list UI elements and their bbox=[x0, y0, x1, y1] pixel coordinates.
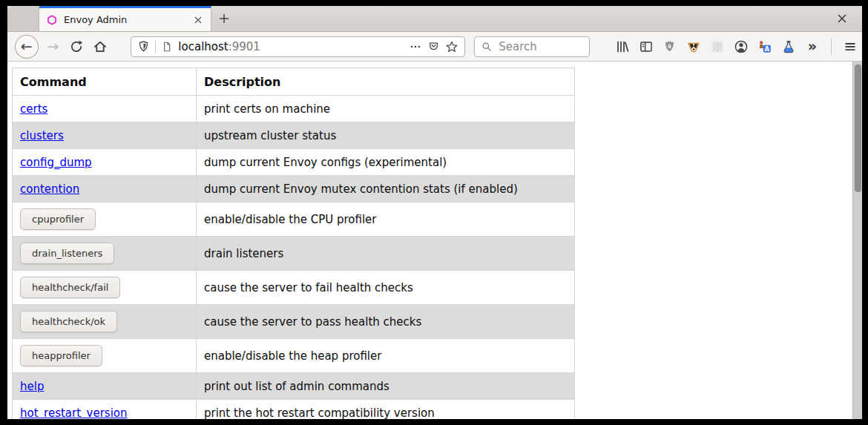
plus-icon bbox=[217, 12, 231, 25]
command-button[interactable]: heapprofiler bbox=[20, 345, 102, 366]
translator-extension-button[interactable]: A bbox=[755, 37, 775, 56]
search-magnifier-icon bbox=[481, 41, 493, 53]
description-cell: print certs on machine bbox=[197, 96, 575, 122]
overflow-chevron-icon: » bbox=[808, 39, 817, 53]
reload-icon bbox=[69, 39, 84, 54]
table-row: help print out list of admin commands bbox=[13, 373, 575, 400]
page-content: Command Description certs print certs on… bbox=[7, 62, 862, 419]
menu-hamburger-button[interactable] bbox=[841, 37, 860, 56]
description-cell: drain listeners bbox=[197, 237, 575, 271]
library-button[interactable] bbox=[613, 37, 632, 56]
disabled-extension-button[interactable] bbox=[708, 37, 727, 56]
command-cell: heapprofiler bbox=[13, 339, 197, 373]
description-cell: enable/disable the heap profiler bbox=[197, 339, 575, 373]
tab-title: Envoy Admin bbox=[64, 14, 186, 25]
overflow-menu-button[interactable]: » bbox=[803, 37, 822, 56]
description-cell: print out list of admin commands bbox=[197, 373, 575, 400]
forward-button[interactable]: → bbox=[45, 39, 62, 53]
scrollbar-thumb[interactable] bbox=[855, 65, 861, 192]
svg-text:A: A bbox=[764, 45, 769, 52]
command-cell: clusters bbox=[13, 122, 197, 149]
command-button[interactable]: healthcheck/fail bbox=[20, 277, 120, 298]
page-actions-ellipsis-icon[interactable] bbox=[409, 40, 422, 53]
table-row: contention dump current Envoy mutex cont… bbox=[13, 176, 575, 202]
window-close-button[interactable] bbox=[831, 6, 853, 31]
test-pilot-flask-button[interactable] bbox=[779, 37, 798, 56]
vertical-scrollbar[interactable] bbox=[852, 62, 862, 419]
command-link[interactable]: help bbox=[20, 380, 44, 393]
description-cell: cause the server to fail health checks bbox=[197, 271, 575, 305]
description-column-header: Description bbox=[197, 68, 575, 96]
tab-envoy-admin[interactable]: Envoy Admin bbox=[39, 6, 211, 31]
command-table: Command Description certs print certs on… bbox=[12, 67, 575, 419]
home-icon bbox=[93, 39, 108, 54]
description-cell: dump current Envoy configs (experimental… bbox=[197, 149, 575, 176]
back-button[interactable]: ← bbox=[15, 35, 39, 59]
description-cell: print the hot restart compatibility vers… bbox=[197, 400, 575, 420]
table-row: certs print certs on machine bbox=[13, 96, 575, 122]
table-row: cpuprofiler enable/disable the CPU profi… bbox=[13, 202, 575, 237]
url-bar[interactable]: localhost :9901 bbox=[131, 36, 465, 57]
home-button[interactable] bbox=[91, 39, 109, 54]
tab-close-icon[interactable] bbox=[192, 14, 204, 26]
disabled-extension-icon bbox=[710, 39, 725, 54]
table-row: healthcheck/ok cause the server to pass … bbox=[13, 305, 575, 339]
url-port: :9901 bbox=[228, 40, 260, 53]
tracking-protection-shield-icon[interactable] bbox=[137, 40, 150, 53]
new-tab-button[interactable] bbox=[211, 6, 237, 31]
toolbar-separator bbox=[831, 39, 832, 55]
command-cell: hot_restart_version bbox=[13, 400, 197, 420]
urlbar-separator bbox=[155, 40, 156, 53]
command-button[interactable]: healthcheck/ok bbox=[20, 311, 117, 332]
pocket-icon[interactable] bbox=[427, 40, 440, 53]
search-input[interactable] bbox=[497, 39, 583, 54]
command-cell: healthcheck/fail bbox=[13, 271, 197, 305]
reload-button[interactable] bbox=[68, 39, 85, 54]
description-cell: cause the server to pass health checks bbox=[197, 305, 575, 339]
envoy-favicon-icon bbox=[46, 14, 58, 26]
badger-icon bbox=[686, 39, 701, 54]
browser-window: Envoy Admin ← → bbox=[7, 6, 862, 419]
command-cell: healthcheck/ok bbox=[13, 305, 197, 339]
command-cell: drain_listeners bbox=[13, 237, 197, 271]
privacy-badger-extension-button[interactable] bbox=[684, 37, 703, 56]
command-button[interactable]: drain_listeners bbox=[20, 243, 114, 264]
toolbar-icons: A » bbox=[611, 37, 862, 56]
firefox-account-button[interactable] bbox=[731, 37, 751, 56]
table-row: healthcheck/fail cause the server to fai… bbox=[13, 271, 575, 305]
command-table-body: certs print certs on machine clusters up… bbox=[13, 96, 575, 420]
search-bar[interactable] bbox=[474, 36, 590, 57]
command-column-header: Command bbox=[13, 68, 197, 96]
command-cell: certs bbox=[13, 96, 197, 122]
sidebars-icon bbox=[639, 39, 654, 54]
titlebar-spacer bbox=[7, 6, 39, 31]
shield-lock-icon bbox=[662, 39, 677, 53]
bookmark-star-icon[interactable] bbox=[445, 40, 458, 53]
sidebars-button[interactable] bbox=[637, 37, 656, 56]
table-row: clusters upstream cluster status bbox=[13, 122, 575, 149]
command-link[interactable]: hot_restart_version bbox=[20, 406, 128, 420]
translator-icon: A bbox=[757, 39, 772, 54]
command-cell: help bbox=[13, 373, 197, 400]
description-cell: upstream cluster status bbox=[197, 122, 575, 149]
flask-icon bbox=[781, 39, 796, 54]
description-cell: enable/disable the CPU profiler bbox=[197, 202, 575, 237]
library-icon bbox=[615, 39, 630, 54]
description-cell: dump current Envoy mutex contention stat… bbox=[197, 176, 575, 202]
shield-lock-extension-button[interactable] bbox=[660, 37, 680, 56]
forward-arrow-icon: → bbox=[47, 39, 59, 53]
hamburger-icon bbox=[843, 39, 858, 54]
command-link[interactable]: clusters bbox=[20, 129, 64, 142]
command-cell: contention bbox=[13, 176, 197, 202]
table-row: hot_restart_version print the hot restar… bbox=[13, 400, 575, 420]
account-icon bbox=[734, 39, 749, 54]
page-info-icon[interactable] bbox=[161, 41, 173, 53]
command-cell: cpuprofiler bbox=[13, 202, 197, 237]
tab-bar-empty-space bbox=[237, 6, 831, 31]
command-link[interactable]: contention bbox=[20, 182, 79, 196]
command-link[interactable]: config_dump bbox=[20, 156, 92, 169]
table-row: heapprofiler enable/disable the heap pro… bbox=[13, 339, 575, 373]
command-button[interactable]: cpuprofiler bbox=[20, 208, 96, 230]
command-link[interactable]: certs bbox=[20, 102, 47, 116]
tab-bar: Envoy Admin bbox=[7, 6, 862, 32]
